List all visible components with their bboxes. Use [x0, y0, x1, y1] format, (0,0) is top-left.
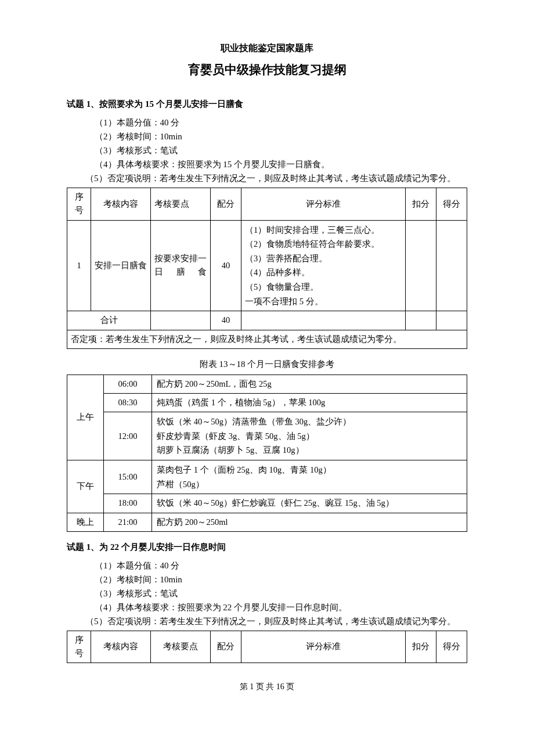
time-1200: 12:00 — [104, 412, 152, 460]
q2-th-alloc: 配分 — [211, 631, 241, 663]
th-seq: 序号 — [67, 188, 91, 220]
q2-th-score: 得分 — [436, 631, 467, 663]
q2-item-5: （5）否定项说明：若考生发生下列情况之一，则应及时终止其考试，考生该试题成绩记为… — [85, 617, 456, 626]
td-total-criteria-blank — [241, 311, 406, 330]
q1-scoring-table: 序号 考核内容 考核要点 配分 评分标准 扣分 得分 1 安排一日膳食 按要求安… — [67, 188, 467, 349]
q2-th-points: 考核要点 — [151, 631, 211, 663]
td-content: 安排一日膳食 — [91, 220, 151, 311]
q1-item-3: （3）考核形式：笔试 — [95, 143, 467, 157]
q2-th-criteria: 评分标准 — [241, 631, 406, 663]
doc-subtitle: 职业技能鉴定国家题库 — [67, 41, 467, 56]
time-1500: 15:00 — [104, 460, 152, 494]
td-total-label: 合计 — [67, 311, 151, 330]
td-total-alloc: 40 — [211, 311, 241, 330]
period-evening: 晚上 — [67, 513, 104, 531]
schedule-caption: 附表 13～18 个月一日膳食安排参考 — [67, 357, 467, 371]
td-criteria: （1）时间安排合理，三餐三点心。 （2）食物质地特征符合年龄要求。 （3）营养搭… — [241, 220, 406, 311]
desc-1200: 软饭（米 40～50g）清蒸带鱼（带鱼 30g、盐少许） 虾皮炒青菜（虾皮 3g… — [152, 412, 467, 460]
q2-item-1: （1）本题分值：40 分 — [95, 559, 467, 573]
th-points: 考核要点 — [151, 188, 211, 220]
th-deduct: 扣分 — [406, 188, 436, 220]
td-score-blank — [436, 220, 467, 311]
desc-0600: 配方奶 200～250mL，面包 25g — [152, 375, 467, 393]
td-points: 按要求安排一日膳食 — [151, 220, 211, 311]
q1-item-1: （1）本题分值：40 分 — [95, 116, 467, 129]
q2-th-content: 考核内容 — [91, 631, 151, 663]
q1-item-4: （4）具体考核要求：按照要求为 15 个月婴儿安排一日膳食。 — [95, 157, 467, 171]
td-alloc: 40 — [211, 220, 241, 311]
time-1800: 18:00 — [104, 494, 152, 513]
q2-item-3: （3）考核形式：笔试 — [95, 586, 467, 600]
schedule-table: 上午 06:00 配方奶 200～250mL，面包 25g 08:30 炖鸡蛋（… — [67, 375, 467, 532]
q2-th-deduct: 扣分 — [406, 631, 436, 663]
q1-item-2: （2）考核时间：10min — [95, 129, 467, 143]
desc-1500: 菜肉包子 1 个（面粉 25g、肉 10g、青菜 10g） 芦柑（50g） — [152, 460, 467, 494]
doc-title: 育婴员中级操作技能复习提纲 — [67, 60, 467, 80]
td-disqualify: 否定项：若考生发生下列情况之一，则应及时终止其考试，考生该试题成绩记为零分。 — [67, 330, 467, 348]
th-criteria: 评分标准 — [241, 188, 406, 220]
desc-1800: 软饭（米 40～50g）虾仁炒豌豆（虾仁 25g、豌豆 15g、油 5g） — [152, 494, 467, 513]
period-morning: 上午 — [67, 375, 104, 460]
td-seq: 1 — [67, 220, 91, 311]
th-alloc: 配分 — [211, 188, 241, 220]
td-total-score-blank — [436, 311, 467, 330]
time-0600: 06:00 — [104, 375, 152, 393]
q2-heading: 试题 1、为 22 个月婴儿安排一日作息时间 — [67, 540, 467, 554]
th-content: 考核内容 — [91, 188, 151, 220]
td-total-points-blank — [151, 311, 211, 330]
td-deduct-blank — [406, 220, 436, 311]
period-afternoon: 下午 — [67, 460, 104, 513]
time-2100: 21:00 — [104, 513, 152, 531]
page-footer: 第 1 页 共 16 页 — [67, 681, 467, 693]
q1-item-5: （5）否定项说明：若考生发生下列情况之一，则应及时终止其考试，考生该试题成绩记为… — [85, 174, 456, 183]
q2-item-4: （4）具体考核要求：按照要求为 22 个月婴儿安排一日作息时间。 — [95, 600, 467, 614]
time-0830: 08:30 — [104, 393, 152, 412]
q2-scoring-table: 序号 考核内容 考核要点 配分 评分标准 扣分 得分 — [67, 631, 467, 663]
q1-heading: 试题 1、按照要求为 15 个月婴儿安排一日膳食 — [67, 97, 467, 111]
desc-2100: 配方奶 200～250ml — [152, 513, 467, 531]
td-total-deduct-blank — [406, 311, 436, 330]
th-score: 得分 — [436, 188, 467, 220]
q2-item-2: （2）考核时间：10min — [95, 573, 467, 586]
desc-0830: 炖鸡蛋（鸡蛋 1 个，植物油 5g），苹果 100g — [152, 393, 467, 412]
q2-th-seq: 序号 — [67, 631, 91, 663]
